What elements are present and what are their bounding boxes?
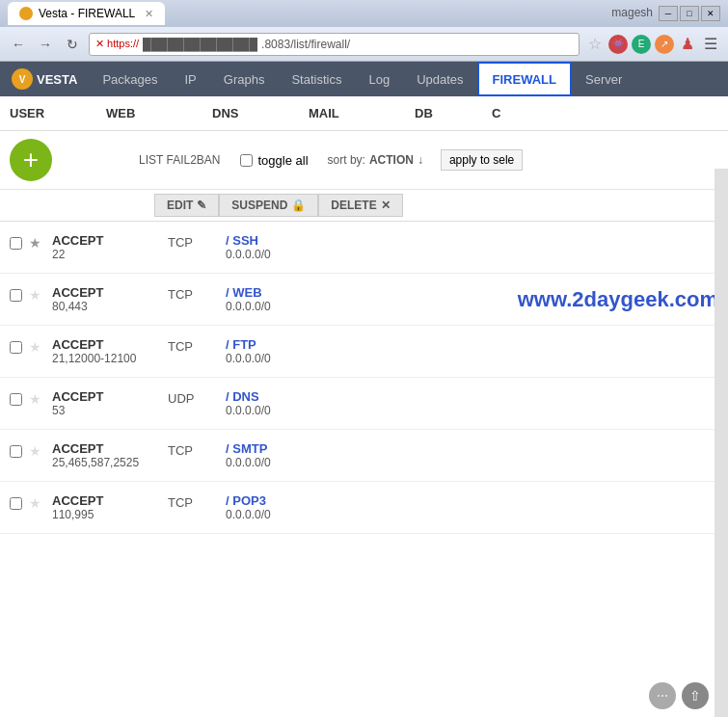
sort-area: sort by: ACTION ↓: [328, 153, 423, 167]
delete-label: DELETE: [331, 199, 376, 212]
app-logo: V VESTA: [0, 68, 89, 90]
window-controls: magesh ─ □ ✕: [611, 6, 720, 21]
close-button[interactable]: ✕: [701, 6, 720, 21]
rule-comment-name-4: / DNS: [226, 389, 370, 404]
table-row: ★ ACCEPT 110,995 TCP / POP3 0.0.0.0/0: [0, 482, 728, 534]
bookmark-icon[interactable]: ☆: [585, 35, 605, 54]
sort-field[interactable]: ACTION: [369, 153, 414, 167]
back-button[interactable]: ←: [8, 34, 29, 55]
nav-item-server[interactable]: Server: [572, 62, 635, 96]
rule-port-4: 53: [52, 404, 168, 417]
grid-icon[interactable]: ⋯: [649, 682, 676, 709]
table-row: ★ ACCEPT 21,12000-12100 TCP / FTP 0.0.0.…: [0, 326, 728, 378]
rule-action-port-5: ACCEPT 25,465,587,2525: [52, 441, 168, 469]
col-header-db: DB: [415, 106, 492, 120]
row-checkbox-4[interactable]: [10, 393, 29, 409]
table-row: ★ ACCEPT 22 TCP / SSH 0.0.0.0/0: [0, 222, 728, 274]
row-checkbox-2[interactable]: [10, 289, 29, 305]
star-icon-1[interactable]: ★: [29, 235, 52, 251]
nav-item-ip[interactable]: IP: [171, 62, 209, 96]
tab-close-button[interactable]: ✕: [145, 8, 153, 20]
rule-action-3: ACCEPT: [52, 337, 168, 352]
row-checkbox-5[interactable]: [10, 445, 29, 461]
star-icon-2[interactable]: ★: [29, 287, 52, 303]
column-headers: USER WEB DNS MAIL DB C: [0, 96, 728, 131]
rule-proto-2: TCP: [168, 287, 226, 302]
rule-comment-name-3: / FTP: [226, 337, 370, 352]
scroll-up-button[interactable]: ⇧: [682, 682, 709, 709]
rule-port-6: 110,995: [52, 508, 168, 521]
firewall-rules-list: ★ ACCEPT 22 TCP / SSH 0.0.0.0/0 ★ ACCEPT…: [0, 222, 728, 717]
star-icon-5[interactable]: ★: [29, 443, 52, 459]
row-checkbox-6[interactable]: [10, 497, 29, 513]
toggle-all-area: toggle all: [240, 153, 309, 168]
watermark-text: www.2daygeek.com: [518, 287, 718, 312]
rule-comment-ip-3: 0.0.0.0/0: [226, 352, 370, 365]
nav-item-log[interactable]: Log: [355, 62, 403, 96]
rule-action-1: ACCEPT: [52, 233, 168, 248]
browser-titlebar: Vesta - FIREWALL ✕ magesh ─ □ ✕: [0, 0, 728, 27]
extension-icon1[interactable]: 👾: [608, 35, 628, 54]
suspend-button[interactable]: SUSPEND 🔒: [219, 194, 318, 217]
rule-action-6: ACCEPT: [52, 493, 168, 508]
col-header-user: USER: [10, 106, 106, 120]
table-row: ★ ACCEPT 25,465,587,2525 TCP / SMTP 0.0.…: [0, 430, 728, 482]
tab-favicon-icon: [19, 7, 33, 20]
table-row: ★ ACCEPT 80,443 TCP / WEB 0.0.0.0/0 www.…: [0, 274, 728, 326]
extension-icon4[interactable]: ♟: [678, 35, 697, 54]
rule-action-5: ACCEPT: [52, 441, 168, 456]
rule-comment-ip-6: 0.0.0.0/0: [226, 508, 370, 521]
extension-icon3[interactable]: ↗: [655, 35, 674, 54]
bottom-icons: ⋯ ⇧: [649, 682, 709, 709]
toggle-all-checkbox[interactable]: [240, 154, 253, 167]
reload-button[interactable]: ↻: [62, 34, 83, 55]
delete-button[interactable]: DELETE ✕: [318, 194, 402, 217]
nav-item-graphs[interactable]: Graphs: [210, 62, 279, 96]
minimize-button[interactable]: ─: [659, 6, 678, 21]
rule-action-port-3: ACCEPT 21,12000-12100: [52, 337, 168, 365]
add-rule-button[interactable]: +: [10, 139, 52, 181]
address-hidden: ██████████████: [143, 38, 257, 51]
star-icon-3[interactable]: ★: [29, 339, 52, 355]
logo-text: VESTA: [37, 72, 77, 87]
suspend-label: SUSPEND: [231, 199, 287, 212]
nav-item-firewall[interactable]: FIREWALL: [477, 62, 572, 96]
edit-button[interactable]: EDIT ✎: [154, 194, 219, 217]
apply-to-selected-button[interactable]: apply to sele: [441, 149, 523, 171]
edit-icon: ✎: [197, 199, 206, 212]
row-checkbox-1[interactable]: [10, 237, 29, 252]
nav-item-packages[interactable]: Packages: [89, 62, 171, 96]
rule-action-port-2: ACCEPT 80,443: [52, 285, 168, 313]
star-icon-4[interactable]: ★: [29, 391, 52, 407]
scrollbar[interactable]: [715, 169, 728, 717]
col-header-mail: MAIL: [309, 106, 415, 120]
lock-icon: 🔒: [291, 199, 306, 212]
rule-comment-3: / FTP 0.0.0.0/0: [226, 337, 370, 365]
action-buttons-row: EDIT ✎ SUSPEND 🔒 DELETE ✕: [0, 190, 728, 222]
rule-action-port-4: ACCEPT 53: [52, 389, 168, 417]
extension-icon2[interactable]: E: [632, 35, 651, 54]
menu-icon[interactable]: ☰: [701, 35, 720, 54]
rule-comment-ip-5: 0.0.0.0/0: [226, 456, 370, 469]
browser-toolbar-icons: ☆ 👾 E ↗ ♟ ☰: [585, 35, 720, 54]
logo-icon: V: [12, 68, 33, 90]
browser-tab[interactable]: Vesta - FIREWALL ✕: [8, 2, 165, 25]
row-checkbox-3[interactable]: [10, 341, 29, 357]
col-header-extra: C: [492, 106, 500, 120]
rule-port-3: 21,12000-12100: [52, 352, 168, 365]
maximize-button[interactable]: □: [680, 6, 699, 21]
window-user-label: magesh: [611, 6, 653, 21]
nav-item-updates[interactable]: Updates: [403, 62, 476, 96]
forward-button[interactable]: →: [35, 34, 56, 55]
address-suffix: .8083/list/firewall/: [261, 38, 350, 51]
table-row: ★ ACCEPT 53 UDP / DNS 0.0.0.0/0: [0, 378, 728, 430]
rule-action-port-1: ACCEPT 22: [52, 233, 168, 261]
star-icon-6[interactable]: ★: [29, 495, 52, 511]
sort-direction-icon: ↓: [418, 153, 423, 167]
rule-action-2: ACCEPT: [52, 285, 168, 300]
rule-comment-name-6: / POP3: [226, 493, 370, 508]
rule-comment-name-5: / SMTP: [226, 441, 370, 456]
nav-item-statistics[interactable]: Statistics: [278, 62, 355, 96]
address-bar[interactable]: ✕ https:// ██████████████ .8083/list/fir…: [89, 33, 580, 56]
fail2ban-link[interactable]: LIST FAIL2BAN: [139, 153, 221, 167]
